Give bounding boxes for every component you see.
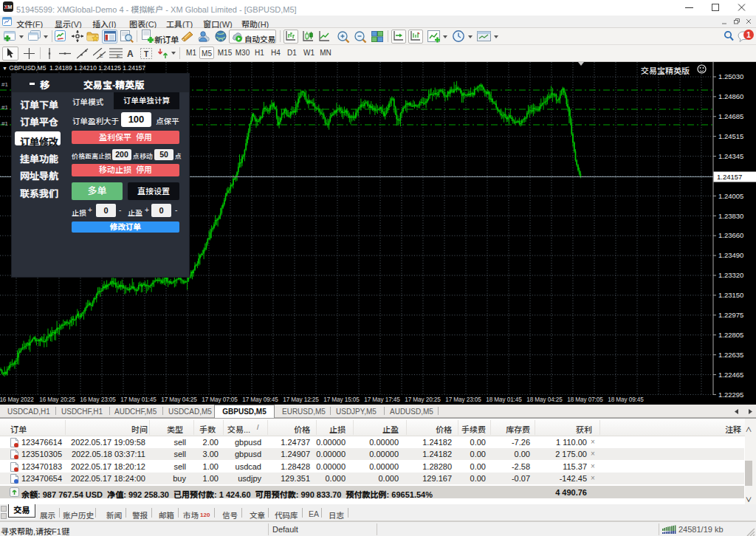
svg-text:1.23660: 1.23660: [718, 231, 743, 239]
svg-text:17 May 15:05: 17 May 15:05: [323, 396, 360, 403]
svg-text:1.24685: 1.24685: [718, 112, 743, 120]
svg-text:17 May 20:25: 17 May 20:25: [405, 396, 441, 403]
svg-text:18 May 04:25: 18 May 04:25: [526, 396, 563, 403]
svg-text:17 May 09:45: 17 May 09:45: [242, 396, 278, 403]
svg-text:18 May 01:45: 18 May 01:45: [486, 396, 522, 403]
svg-text:1.24345: 1.24345: [718, 152, 743, 160]
svg-text:1: 1: [746, 31, 751, 39]
svg-text:1.24860: 1.24860: [718, 92, 743, 100]
svg-text:17 May 12:25: 17 May 12:25: [283, 396, 319, 403]
svg-text:1.22635: 1.22635: [718, 351, 743, 359]
svg-text:1.23150: 1.23150: [718, 291, 743, 299]
svg-text:T: T: [144, 50, 148, 58]
svg-text:17 May 23:05: 17 May 23:05: [445, 396, 481, 403]
svg-text:1.22805: 1.22805: [718, 331, 743, 339]
svg-text:1.25030: 1.25030: [718, 72, 743, 80]
svg-text:1.23320: 1.23320: [718, 271, 743, 279]
svg-text:17 May 17:45: 17 May 17:45: [364, 396, 400, 403]
svg-text:18 May 09:45: 18 May 09:45: [608, 396, 644, 403]
svg-text:16 May 2022: 16 May 2022: [0, 396, 34, 403]
svg-text:16 May 20:25: 16 May 20:25: [39, 396, 75, 403]
svg-text:16 May 23:05: 16 May 23:05: [80, 396, 116, 403]
svg-text:1.24515: 1.24515: [718, 132, 743, 140]
svg-text:F: F: [117, 54, 120, 59]
svg-text:1.22465: 1.22465: [718, 371, 743, 379]
svg-text:1.24005: 1.24005: [718, 192, 743, 200]
svg-text:E: E: [100, 53, 103, 58]
svg-text:17 May 07:05: 17 May 07:05: [202, 396, 238, 403]
svg-text:17 May 01:45: 17 May 01:45: [120, 396, 157, 403]
svg-text:1.22975: 1.22975: [718, 311, 743, 319]
svg-text:18 May 07:05: 18 May 07:05: [567, 396, 603, 403]
svg-text:1.23830: 1.23830: [718, 212, 743, 220]
svg-text:1.22295: 1.22295: [718, 391, 743, 399]
svg-text:17 May 04:25: 17 May 04:25: [161, 396, 197, 403]
svg-text:1.23490: 1.23490: [718, 251, 743, 259]
svg-text:1.24157: 1.24157: [717, 173, 742, 181]
